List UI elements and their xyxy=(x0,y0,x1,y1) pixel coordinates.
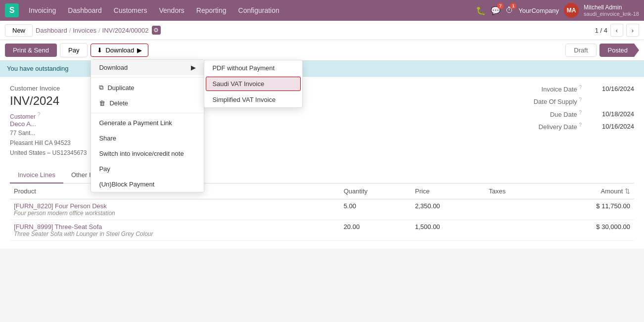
amount-cell-2: $ 30,000.00 xyxy=(540,220,634,241)
status-buttons: Draft Posted xyxy=(565,44,639,57)
status-draft-button[interactable]: Draft xyxy=(565,44,596,57)
customer-section: Customer ? Deco A... 77 Sant... Pleasant… xyxy=(10,112,87,157)
price-cell-2[interactable]: 1,500.00 xyxy=(411,220,485,241)
menu-divider2 xyxy=(91,113,204,113)
col-price: Price xyxy=(411,184,485,199)
unblock-item[interactable]: (Un)Block Payment xyxy=(91,177,204,192)
topnav-right: 🐛 💬 7 ⏱ 1 YourCompany MA Mitchell Admin … xyxy=(476,3,639,18)
download-button[interactable]: ⬇ Download ▶ xyxy=(91,44,148,57)
pdf-no-payment-item[interactable]: PDF without Payment xyxy=(204,60,302,76)
due-date-row: Due Date ? 10/18/2024 xyxy=(522,110,634,118)
chat-icon[interactable]: 💬 7 xyxy=(491,6,501,15)
product-desc-2: Three Seater Sofa with Lounger in Steel … xyxy=(14,230,336,237)
action-bar: Print & Send Pay ⬇ Download ▶ Download ▶… xyxy=(0,40,644,61)
delete-item[interactable]: 🗑 Delete xyxy=(91,95,204,111)
download-submenu: PDF without Payment Saudi VAT Invoice Si… xyxy=(204,60,303,108)
taxes-cell-1[interactable] xyxy=(485,199,540,220)
timer-icon[interactable]: ⏱ 1 xyxy=(506,6,513,15)
customer-name[interactable]: Deco A... xyxy=(10,120,87,128)
delete-label: Delete xyxy=(109,99,128,107)
status-posted-button[interactable]: Posted xyxy=(599,44,639,57)
avatar[interactable]: MA xyxy=(564,3,579,18)
pagination: 1 / 4 ‹ › xyxy=(595,24,639,37)
menu-divider1 xyxy=(91,77,204,78)
quantity-cell-2[interactable]: 20.00 xyxy=(340,220,411,241)
switch-invoice-item[interactable]: Switch into invoice/credit note xyxy=(91,146,204,161)
page-next-button[interactable]: › xyxy=(626,24,639,37)
gear-icon[interactable]: ⚙ xyxy=(152,26,161,35)
breadcrumb-current: INV/2024/00002 xyxy=(102,27,149,34)
customer-label: Customer xyxy=(10,113,36,120)
page-prev-button[interactable]: ‹ xyxy=(610,24,623,37)
breadcrumb-bar: New Dashboard / Invoices / INV/2024/0000… xyxy=(0,21,644,40)
date-of-supply-row: Date Of Supply ? xyxy=(522,97,634,105)
price-cell-1[interactable]: 2,350.00 xyxy=(411,199,485,220)
page-indicator: 1 / 4 xyxy=(595,27,607,34)
dates-section: Invoice Date ? 10/16/2024 Date Of Supply… xyxy=(522,85,634,157)
download-menu: Download ▶ PDF without Payment Saudi VAT… xyxy=(91,59,204,192)
invoice-number: INV/2024 xyxy=(10,94,87,108)
delete-icon: 🗑 xyxy=(99,99,105,107)
taxes-cell-2[interactable] xyxy=(485,220,540,241)
address-line2: Pleasant Hill CA 94523 xyxy=(10,138,87,147)
pay-menu-item[interactable]: Pay xyxy=(91,161,204,177)
download-arrow-icon: ▶ xyxy=(137,46,142,54)
download-menu-item-pdf[interactable]: Download ▶ PDF without Payment Saudi VAT… xyxy=(91,60,204,75)
nav-invoicing[interactable]: Invoicing xyxy=(24,4,61,16)
duplicate-icon: ⧉ xyxy=(99,84,103,92)
duplicate-item[interactable]: ⧉ Duplicate xyxy=(91,80,204,95)
duplicate-label: Duplicate xyxy=(107,84,134,92)
due-date-value[interactable]: 10/18/2024 xyxy=(590,110,634,118)
simplified-vat-item[interactable]: Simplified VAT Invoice xyxy=(204,92,302,107)
user-sub: saudi_einvoice_knk-18 xyxy=(584,11,639,17)
download-label-text: Download xyxy=(99,64,128,71)
download-icon: ⬇ xyxy=(97,46,102,54)
bug-icon[interactable]: 🐛 xyxy=(476,6,486,15)
invoice-date-row: Invoice Date ? 10/16/2024 xyxy=(522,85,634,93)
delivery-date-value[interactable]: 10/16/2024 xyxy=(590,123,634,130)
breadcrumb-sep1: / xyxy=(69,27,71,34)
outstanding-text: You have outstanding xyxy=(7,65,69,72)
new-button[interactable]: New xyxy=(5,24,33,37)
submenu-arrow-icon: ▶ xyxy=(191,64,196,71)
nav-vendors[interactable]: Vendors xyxy=(154,4,189,16)
print-send-button[interactable]: Print & Send xyxy=(5,44,57,57)
product-name-2[interactable]: [FURN_8999] Three-Seat Sofa xyxy=(14,223,336,230)
breadcrumb-dashboard[interactable]: Dashboard xyxy=(36,27,67,34)
breadcrumb-invoices[interactable]: Invoices xyxy=(73,27,96,34)
breadcrumb-sep2: / xyxy=(98,27,100,34)
saudi-vat-item[interactable]: Saudi VAT Invoice xyxy=(206,77,301,91)
col-amount: Amount ⇅ xyxy=(540,184,634,199)
invoice-left: Customer Invoice INV/2024 Customer ? Dec… xyxy=(10,85,87,157)
pay-button[interactable]: Pay xyxy=(60,43,88,57)
nav-dashboard[interactable]: Dashboard xyxy=(63,4,107,16)
invoice-date-value[interactable]: 10/16/2024 xyxy=(590,85,634,92)
payment-link-item[interactable]: Generate a Payment Link xyxy=(91,115,204,131)
column-adjust-icon[interactable]: ⇅ xyxy=(625,187,630,195)
address-line3: United States – US12345673 xyxy=(10,148,87,157)
amount-cell-1: $ 11,750.00 xyxy=(540,199,634,220)
share-item[interactable]: Share xyxy=(91,131,204,146)
quantity-cell-1[interactable]: 5.00 xyxy=(340,199,411,220)
top-navigation: S Invoicing Dashboard Customers Vendors … xyxy=(0,0,644,21)
tab-invoice-lines[interactable]: Invoice Lines xyxy=(10,167,63,184)
app-logo[interactable]: S xyxy=(5,3,19,17)
table-row: [FURN_8999] Three-Seat Sofa Three Seater… xyxy=(10,220,634,241)
invoice-date-label: Invoice Date ? xyxy=(522,85,582,93)
date-of-supply-label: Date Of Supply ? xyxy=(522,97,582,105)
invoice-type: Customer Invoice xyxy=(10,85,87,92)
product-desc-1: Four person modern office workstation xyxy=(14,210,336,217)
timer-badge: 1 xyxy=(510,3,516,9)
product-cell-1: [FURN_8220] Four Person Desk Four person… xyxy=(10,199,340,220)
user-name: Mitchell Admin xyxy=(584,4,639,11)
nav-reporting[interactable]: Reporting xyxy=(191,4,231,16)
col-taxes: Taxes xyxy=(485,184,540,199)
breadcrumb: Dashboard / Invoices / INV/2024/00002 ⚙ xyxy=(36,26,161,35)
product-name-1[interactable]: [FURN_8220] Four Person Desk xyxy=(14,202,336,210)
nav-customers[interactable]: Customers xyxy=(109,4,152,16)
table-row: [FURN_8220] Four Person Desk Four person… xyxy=(10,199,634,220)
download-item-container: Download ▶ xyxy=(91,60,204,75)
product-cell-2: [FURN_8999] Three-Seat Sofa Three Seater… xyxy=(10,220,340,241)
nav-configuration[interactable]: Configuration xyxy=(233,4,284,16)
col-quantity: Quantity xyxy=(340,184,411,199)
